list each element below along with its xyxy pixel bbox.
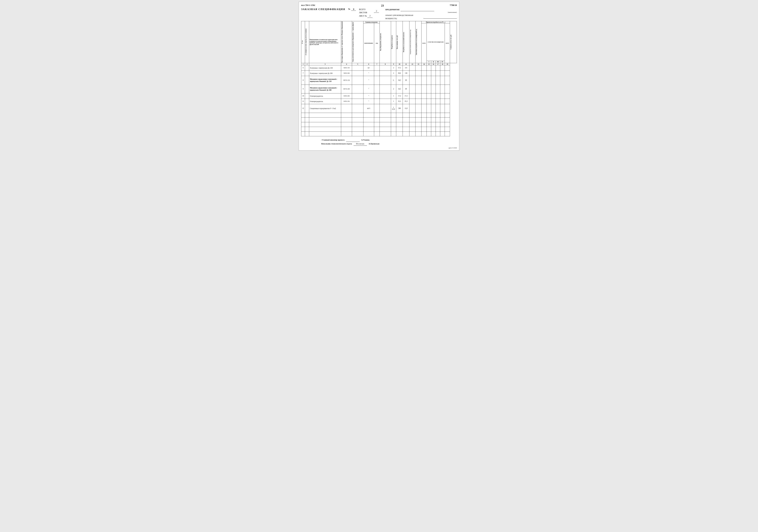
empty-row <box>301 127 457 131</box>
cell-6-19 <box>445 99 450 104</box>
object-label: ОБЪЕКТ (ПРОИЗВОДСТВЕННАЯ МОЩНОСТЬ) <box>385 14 422 20</box>
cn-15: 15 <box>427 63 431 65</box>
cell-7-4 <box>341 104 352 113</box>
empty-cell <box>301 117 305 122</box>
empty-cell <box>415 117 421 122</box>
empty-cell <box>421 122 427 127</box>
cell-5-10: 17,3 <box>396 93 403 99</box>
empty-cell <box>396 117 403 122</box>
empty-cell <box>427 113 431 117</box>
cell-5-2 <box>305 93 309 99</box>
cell-4-13 <box>415 85 421 93</box>
cell-7-9: 1 0,32 <box>391 104 396 113</box>
empty-cell <box>301 113 305 117</box>
th-num: № п.п. <box>301 21 305 63</box>
th-code: Код оборудования, материалов <box>380 21 391 63</box>
cn-11: 11 <box>403 63 409 65</box>
cell-7-18 <box>440 104 445 113</box>
th-manuf: Завод–изготовитель (для импортного обору… <box>352 21 363 63</box>
cell-7-7 <box>374 104 380 113</box>
empty-cell <box>421 131 427 136</box>
empty-cell <box>436 113 440 117</box>
empty-cell <box>391 122 396 127</box>
cell-6-15 <box>427 99 431 104</box>
empty-cell <box>403 117 409 122</box>
empty-cell <box>409 131 415 136</box>
empty-cell <box>436 127 440 131</box>
cell-4-2 <box>305 85 309 93</box>
sig-name-2: А.Орховская <box>369 142 379 146</box>
cell-7-13 <box>415 104 421 113</box>
th-type: Тип и марка оборудования, № опросного ли… <box>341 21 352 63</box>
empty-cell <box>374 117 380 122</box>
order-spec-header: ЗАКАЗНАЯ СПЕЦИФИКАЦИЯ № 9 ВСЕГО ЛИСТОВ 2… <box>301 8 457 20</box>
empty-cell <box>391 127 396 131</box>
cell-1-5 <box>352 65 363 70</box>
empty-cell <box>380 117 391 122</box>
cell-4-14 <box>421 85 427 93</box>
document-page: т.п 704-1-150с 23 7798/10 ЗАКАЗНАЯ СПЕЦИ… <box>299 2 459 151</box>
cell-7-14 <box>421 104 427 113</box>
cell-4-10: 34,5 <box>396 85 403 93</box>
cn-7: 7 <box>374 63 380 65</box>
cell-6-4: ОПХ-250 <box>341 99 352 104</box>
empty-cell <box>341 127 352 131</box>
cell-1-17 <box>436 65 440 70</box>
th-desc: Наименование и техническая характеристик… <box>309 21 341 63</box>
cell-4-8 <box>380 85 391 93</box>
empty-cell <box>445 113 450 117</box>
cell-5-6: " <box>363 93 374 99</box>
empty-cell <box>427 127 431 131</box>
cell-6-13 <box>415 99 421 104</box>
table-row: 10ОгнепреградительОПХ-200"117,317,3 <box>301 93 457 99</box>
empty-cell <box>309 127 341 131</box>
empty-cell <box>305 131 309 136</box>
empty-cell <box>431 117 436 122</box>
footer-stamp: цитп 3 11532 <box>448 147 457 149</box>
cell-6-10: 25,3 <box>396 99 403 104</box>
top-header: т.п 704-1-150с 23 7798/10 <box>301 4 457 7</box>
empty-cell <box>352 122 363 127</box>
empty-cell <box>363 113 374 117</box>
cn-16: 16 <box>431 63 436 65</box>
cell-6-5 <box>352 99 363 104</box>
cn-3: 3 <box>309 63 341 65</box>
cell-6-16 <box>431 99 436 104</box>
cell-4-19 <box>445 85 450 93</box>
cell-2-5 <box>352 70 363 76</box>
empty-cell <box>440 117 445 122</box>
cell-5-11: 17,3 <box>403 93 409 99</box>
empty-cell <box>301 131 305 136</box>
th-pos: № позиции по схеме, чертежу, место устан… <box>305 21 309 63</box>
cell-2-10: 69,0 <box>396 70 403 76</box>
tech-dept-label: Начальник технологического отдела <box>321 142 352 146</box>
cell-5-13 <box>415 93 421 99</box>
empty-cell <box>341 122 352 127</box>
th-declared: Заявленная потребность на планируемый го… <box>415 21 421 63</box>
th-unit-name: наименование <box>363 23 374 63</box>
empty-cell <box>440 131 445 136</box>
cell-7-17 <box>436 104 440 113</box>
cell-7-19 <box>445 104 450 113</box>
empty-cell <box>363 127 374 131</box>
empty-cell <box>380 127 391 131</box>
cn-9: 9 <box>391 63 396 65</box>
th-price: Цена единицы, тыс. руб. <box>396 21 403 63</box>
cell-5-16 <box>431 93 436 99</box>
cell-6-9: 1 <box>391 99 396 104</box>
cell-1-13 <box>415 65 421 70</box>
cell-7-16 <box>431 104 436 113</box>
table-body: 6Хлопушка с перепуском Ду-150ХПХ-150шт25… <box>301 65 457 136</box>
doc-id-right: 7798/10 <box>450 4 457 7</box>
empty-cell <box>374 122 380 127</box>
empty-cell <box>445 122 450 127</box>
cell-3-8 <box>380 76 391 85</box>
cell-3-7 <box>374 76 380 85</box>
empty-row <box>301 131 457 136</box>
empty-cell <box>305 117 309 122</box>
cell-1-16 <box>431 65 436 70</box>
cell-1-15 <box>427 65 431 70</box>
cell-7-1: 12 <box>301 104 305 113</box>
cn-8: 8 <box>380 63 391 65</box>
th-need-total: Потребность на пусковой комплекс <box>403 21 409 63</box>
